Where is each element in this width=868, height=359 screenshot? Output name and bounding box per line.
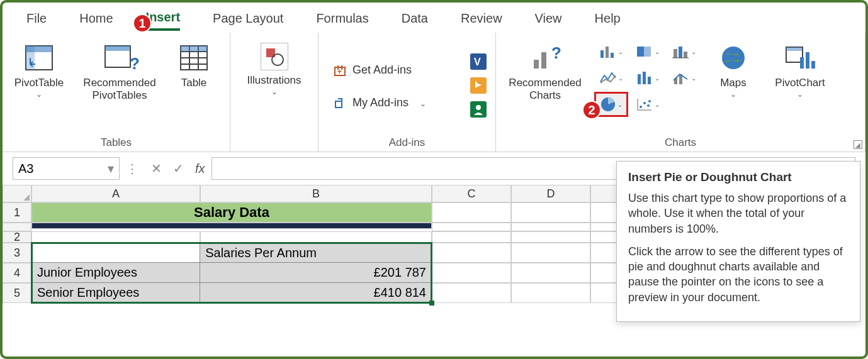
chart-empty [667,92,701,117]
combo-chart-button[interactable]: ⌄ [667,65,701,91]
name-box-value: A3 [18,162,33,176]
cancel-icon[interactable]: ✕ [151,161,162,176]
svg-point-46 [647,104,650,107]
svg-rect-27 [600,50,604,58]
fx-icon[interactable]: fx [195,162,205,176]
cell[interactable] [511,231,590,243]
tab-review[interactable]: Review [461,11,502,30]
chevron-down-icon: ⌄ [797,91,803,99]
tab-file[interactable]: File [26,11,47,30]
pivotchart-icon [785,43,815,73]
visio-addin-icon[interactable]: V [470,53,487,72]
statistic-chart-button[interactable]: ⌄ [631,65,665,91]
svg-point-44 [640,106,642,108]
tab-home[interactable]: Home [79,11,113,30]
bing-addin-icon[interactable] [470,77,487,96]
separator-band [31,223,432,229]
cell-a4[interactable]: Junior Employees [32,263,200,282]
chevron-down-icon[interactable]: ▾ [108,161,114,176]
svg-rect-25 [541,52,546,69]
column-header-b[interactable]: B [200,185,432,202]
cell[interactable] [511,202,590,223]
svg-text:V: V [474,57,481,67]
get-addins-button[interactable]: + Get Add-ins [329,60,470,80]
group-illustrations-label [235,134,313,149]
maps-button[interactable]: Maps ⌄ [706,39,760,99]
ribbon: PivotTable ⌄ ? Recommended PivotTables T… [3,33,865,152]
row-header-5[interactable]: 5 [3,283,31,303]
store-icon: + [332,63,347,78]
svg-rect-29 [611,53,614,58]
svg-point-47 [648,100,651,102]
svg-rect-53 [811,61,815,69]
svg-rect-51 [800,57,804,69]
tab-data[interactable]: Data [402,11,428,30]
pivottable-button[interactable]: PivotTable ⌄ [8,39,70,99]
recommended-pivottables-label: Recommended PivotTables [76,77,164,101]
cell[interactable] [511,283,590,303]
name-box[interactable]: A3 ▾ [13,157,120,180]
column-header-d[interactable]: D [511,185,590,202]
row-header-1[interactable]: 1 [3,202,31,223]
more-icon[interactable]: ⋮ [126,161,140,176]
tab-formulas[interactable]: Formulas [316,11,368,30]
cell[interactable] [31,231,200,243]
row-header-4[interactable]: 4 [3,263,31,283]
svg-text:?: ? [130,54,140,73]
cell[interactable] [432,223,511,231]
column-chart-button[interactable]: ⌄ [594,39,628,64]
map-chart-button[interactable]: ⌄ [631,39,665,64]
tab-view[interactable]: View [535,11,562,30]
cell[interactable] [511,263,590,283]
enter-icon[interactable]: ✓ [173,161,184,176]
svg-rect-31 [637,47,644,57]
tab-help[interactable]: Help [595,11,621,30]
people-addin-icon[interactable] [470,101,487,120]
cell[interactable] [432,231,511,243]
cell-b3[interactable]: Salaries Per Annum [200,243,431,262]
chevron-down-icon: ⌄ [730,91,736,99]
group-addins: + Get Add-ins My Add-ins ⌄ V Add-ins [318,33,496,152]
cell[interactable] [432,263,511,283]
svg-rect-50 [786,47,803,51]
tab-page-layout[interactable]: Page Layout [213,11,283,30]
cell[interactable] [432,202,511,223]
svg-rect-34 [684,52,687,58]
scatter-chart-button[interactable]: ⌄ [631,92,665,117]
cell[interactable] [200,231,432,243]
cell-b4[interactable]: £201 787 [200,263,431,282]
svg-rect-38 [648,77,651,84]
table-label: Table [181,77,207,89]
recommended-charts-button[interactable]: ? Recommended Charts [501,39,589,101]
illustrations-button[interactable]: Illustrations ⌄ [243,39,306,96]
cell-title[interactable]: Salary Data [31,202,432,223]
cell[interactable] [511,223,590,231]
tooltip-text-2: Click the arrow to see the different typ… [628,244,848,305]
cell[interactable] [432,243,511,263]
pivottable-icon [24,43,54,73]
hierarchy-chart-button[interactable]: ⌄ [667,39,701,64]
my-addins-button[interactable]: My Add-ins ⌄ [329,93,470,113]
charts-dialog-launcher[interactable]: ◢ [854,140,862,149]
tooltip-pie-chart: Insert Pie or Doughnut Chart Use this ch… [616,161,860,322]
select-all-corner[interactable] [3,185,31,202]
column-header-c[interactable]: C [432,185,511,202]
svg-rect-28 [606,47,609,58]
row-header-3[interactable]: 3 [3,243,31,263]
recommended-pivottables-button[interactable]: ? Recommended PivotTables [76,39,164,101]
svg-rect-37 [643,72,646,84]
cell-b5[interactable]: £410 814 [200,283,431,302]
line-chart-button[interactable]: ⌄ [594,65,628,91]
pivotchart-button[interactable]: PivotChart ⌄ [765,39,835,99]
recommended-charts-label: Recommended Charts [501,77,589,101]
group-addins-label: Add-ins [324,134,490,149]
selection-handle[interactable] [429,301,434,306]
cell-a3[interactable] [32,243,200,262]
cell[interactable] [432,283,511,303]
row-header-2[interactable]: 2 [3,231,31,243]
table-button[interactable]: Table [169,39,219,89]
callout-1: 1 [133,14,152,33]
column-header-a[interactable]: A [31,185,200,202]
cell[interactable] [511,243,590,263]
cell-a5[interactable]: Senior Employees [32,283,200,302]
